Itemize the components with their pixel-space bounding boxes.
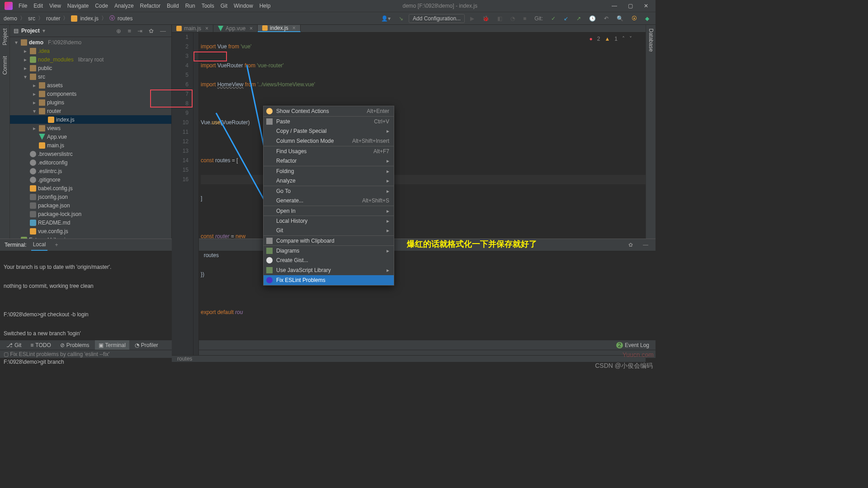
error-icon: ● <box>589 34 592 44</box>
bottom-todo[interactable]: ≡TODO <box>27 340 54 350</box>
menu-navigate[interactable]: Navigate <box>64 0 92 12</box>
tab-mainjs[interactable]: main.js× <box>172 25 213 32</box>
project-title[interactable]: Project <box>21 28 40 34</box>
eslint-icon <box>266 277 273 283</box>
menu-edit[interactable]: Edit <box>30 0 46 12</box>
tree-router: router <box>47 108 61 114</box>
crumb-src[interactable]: src <box>28 15 35 22</box>
menu-analyze[interactable]: Analyze <box>111 0 137 12</box>
git-history-icon[interactable]: 🕓 <box>586 15 599 22</box>
ctx-generate[interactable]: Generate...Alt+Shift+S <box>264 196 394 206</box>
hide-icon[interactable]: — <box>158 28 168 34</box>
menu-file[interactable]: File <box>15 0 30 12</box>
vue-icon <box>218 26 223 31</box>
menu-git[interactable]: Git <box>217 0 231 12</box>
select-opened-icon[interactable]: ⊕ <box>114 28 123 34</box>
crumb-demo[interactable]: demo <box>4 15 17 22</box>
terminal-add-tab[interactable]: + <box>52 242 61 248</box>
ctx-create-gist[interactable]: Create Gist... <box>264 255 394 265</box>
project-dropdown-icon[interactable]: ▾ <box>42 28 45 34</box>
crumb-routes[interactable]: routes <box>118 15 132 22</box>
profile-icon[interactable]: ◔ <box>508 15 518 22</box>
maximize-button[interactable]: ▢ <box>623 3 638 9</box>
commit-tool-button[interactable]: Commit <box>2 56 8 75</box>
user-icon[interactable]: 👤▾ <box>378 15 393 22</box>
menu-refactor[interactable]: Refactor <box>137 0 164 12</box>
chevron-down-icon[interactable]: ˅ <box>629 34 632 44</box>
expand-all-icon[interactable]: ≡ <box>126 28 133 34</box>
menu-window[interactable]: Window <box>231 0 256 12</box>
ctx-compare-clipboard[interactable]: Compare with Clipboard <box>264 235 394 245</box>
tab-indexjs[interactable]: index.js× <box>258 25 301 32</box>
git-rollback-icon[interactable]: ↶ <box>601 15 611 22</box>
database-tool-button[interactable]: Database <box>648 28 654 52</box>
branch-icon: ⎇ <box>6 342 13 348</box>
coverage-icon[interactable]: ◧ <box>495 15 505 22</box>
bottom-git[interactable]: ⎇Git <box>3 340 25 350</box>
debug-icon[interactable]: 🐞 <box>480 15 492 22</box>
inspections-widget[interactable]: ●2 ▲1 ˄ ˅ <box>589 34 632 44</box>
bottom-problems[interactable]: ⊘Problems <box>57 340 93 350</box>
ide-features-icon[interactable]: ⦿ <box>629 15 640 22</box>
chevron-up-icon[interactable]: ˄ <box>622 34 625 44</box>
fold-gutter[interactable] <box>193 33 199 355</box>
ctx-column-selection[interactable]: Column Selection ModeAlt+Shift+Insert <box>264 136 394 146</box>
tree-idea: .idea <box>38 48 50 54</box>
ctx-find-usages[interactable]: Find UsagesAlt+F7 <box>264 146 394 156</box>
crumb-indexjs[interactable]: index.js <box>80 15 99 22</box>
menu-tools[interactable]: Tools <box>198 0 217 12</box>
ctx-refactor[interactable]: Refactor▸ <box>264 156 394 166</box>
ctx-local-history[interactable]: Local History▸ <box>264 216 394 225</box>
bottom-profiler[interactable]: ◔Profiler <box>131 340 162 350</box>
ctx-analyze[interactable]: Analyze▸ <box>264 176 394 186</box>
menu-run[interactable]: Run <box>182 0 198 12</box>
ctx-goto[interactable]: Go To▸ <box>264 186 394 196</box>
status-message: Fix ESLint problems by calling 'eslint -… <box>10 351 109 357</box>
search-icon[interactable]: 🔍 <box>614 15 626 22</box>
menu-help[interactable]: Help <box>256 0 274 12</box>
run-icon[interactable]: ▶ <box>467 15 477 22</box>
stop-icon[interactable]: ■ <box>520 15 529 22</box>
close-icon[interactable]: × <box>250 25 253 32</box>
tree-editorconfig: .editorconfig <box>38 160 67 166</box>
tree-assets: assets <box>47 82 63 89</box>
codewithme-icon[interactable]: ◆ <box>642 15 652 22</box>
js-icon <box>262 25 268 31</box>
tab-appvue[interactable]: App.vue× <box>213 25 258 32</box>
menu-code[interactable]: Code <box>92 0 111 12</box>
add-configuration-button[interactable]: Add Configuration... <box>409 14 465 23</box>
build-icon[interactable]: ↘ <box>396 15 406 22</box>
tree-demo: demo <box>29 39 43 46</box>
tree-nodemodules: node_modules <box>38 56 74 63</box>
git-update-icon[interactable]: ↙ <box>561 15 571 22</box>
close-icon[interactable]: × <box>205 25 208 32</box>
git-push-icon[interactable]: ↗ <box>574 15 584 22</box>
collapse-all-icon[interactable]: ⇥ <box>136 28 144 34</box>
ctx-show-context-actions[interactable]: Show Context ActionsAlt+Enter <box>264 106 394 116</box>
editor-breadcrumb[interactable]: routes <box>172 355 646 362</box>
menu-build[interactable]: Build <box>164 0 182 12</box>
ctx-use-js-library[interactable]: Use JavaScript Library▸ <box>264 265 394 275</box>
project-tree[interactable]: ▾demoF:\0928\demo ▸.idea ▸node_modulesli… <box>10 37 171 239</box>
editor-body[interactable]: 1234 5678 9101112 13141516 import Vue fr… <box>172 33 646 355</box>
ctx-fix-eslint[interactable]: Fix ESLint Problems <box>264 275 394 285</box>
terminal-tab-local[interactable]: Local <box>31 239 48 251</box>
ctx-git[interactable]: Git▸ <box>264 225 394 235</box>
ctx-open-in[interactable]: Open In▸ <box>264 206 394 216</box>
ctx-paste[interactable]: PasteCtrl+V <box>264 116 394 126</box>
ctx-copy-paste-special[interactable]: Copy / Paste Special▸ <box>264 126 394 136</box>
menu-view[interactable]: View <box>46 0 64 12</box>
status-tw-icon[interactable]: ▢ <box>4 351 9 357</box>
ctx-folding[interactable]: Folding▸ <box>264 166 394 176</box>
bulb-icon <box>266 108 273 114</box>
minimize-button[interactable]: — <box>606 3 623 9</box>
close-button[interactable]: ✕ <box>638 3 654 9</box>
bottom-terminal[interactable]: ▣Terminal <box>95 340 129 350</box>
settings-icon[interactable]: ✿ <box>147 28 156 34</box>
close-icon[interactable]: × <box>292 25 296 31</box>
git-commit-icon[interactable]: ✓ <box>548 15 558 22</box>
project-tool-button[interactable]: Project <box>2 28 8 45</box>
crumb-router[interactable]: router <box>46 15 60 22</box>
ctx-diagrams[interactable]: Diagrams▸ <box>264 245 394 255</box>
editor-tabs: main.js× App.vue× index.js× <box>172 25 646 33</box>
